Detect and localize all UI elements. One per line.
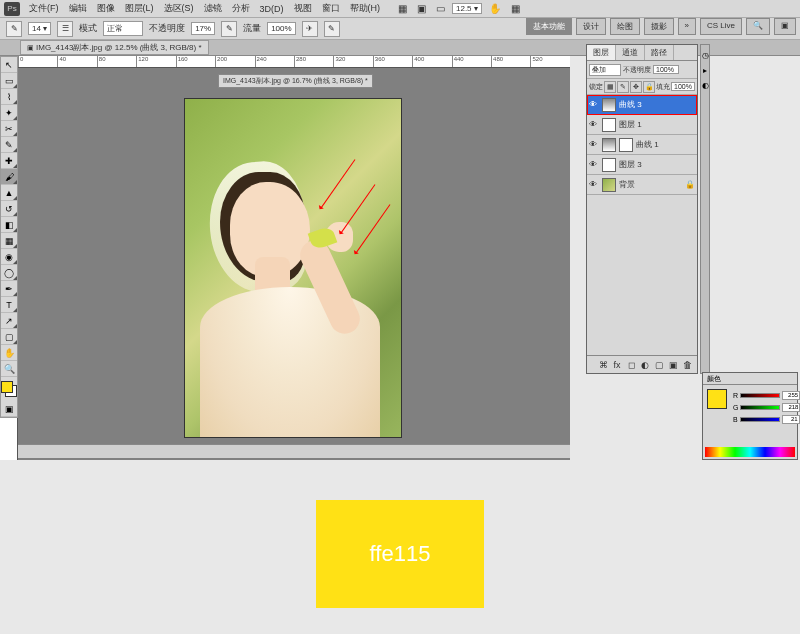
zoom-tool[interactable]: 🔍 xyxy=(1,361,17,377)
adjustment-layer-icon[interactable]: ◐ xyxy=(639,359,651,371)
new-layer-icon[interactable]: ▣ xyxy=(667,359,679,371)
visibility-icon[interactable]: 👁 xyxy=(589,120,599,129)
delete-layer-icon[interactable]: 🗑 xyxy=(681,359,693,371)
zoom-select[interactable]: 12.5 ▾ xyxy=(452,3,482,14)
path-tool[interactable]: ↗ xyxy=(1,313,17,329)
brush-tool-icon[interactable]: ✎ xyxy=(6,21,22,37)
brush-tool[interactable]: 🖌 xyxy=(1,169,17,185)
tab-channels[interactable]: 通道 xyxy=(616,45,645,60)
cslive-button[interactable]: CS Live xyxy=(700,18,742,35)
layer-opacity-input[interactable]: 100% xyxy=(653,65,679,74)
workspace-photo[interactable]: 摄影 xyxy=(644,18,674,35)
layer-thumb[interactable] xyxy=(602,118,616,132)
bridge-icon[interactable]: ▦ xyxy=(395,3,410,14)
layer-group-icon[interactable]: ▢ xyxy=(653,359,665,371)
layer-row-layer1[interactable]: 👁 图层 1 xyxy=(587,115,697,135)
menu-view[interactable]: 视图 xyxy=(291,2,315,15)
pressure-size-icon[interactable]: ✎ xyxy=(324,21,340,37)
color-panel-swatch[interactable] xyxy=(707,389,727,409)
adjustments-panel-icon[interactable]: ◐ xyxy=(702,81,709,90)
menu-layer[interactable]: 图层(L) xyxy=(122,2,157,15)
dodge-tool[interactable]: ◯ xyxy=(1,265,17,281)
shape-tool[interactable]: ▢ xyxy=(1,329,17,345)
healing-tool[interactable]: ✚ xyxy=(1,153,17,169)
eraser-tool[interactable]: ◧ xyxy=(1,217,17,233)
layer-mask-thumb[interactable] xyxy=(619,138,633,152)
airbrush-icon[interactable]: ✈ xyxy=(302,21,318,37)
layer-name[interactable]: 图层 3 xyxy=(619,159,642,170)
menu-image[interactable]: 图像 xyxy=(94,2,118,15)
actions-panel-icon[interactable]: ▸ xyxy=(703,66,707,75)
workspace-essentials[interactable]: 基本功能 xyxy=(526,18,572,35)
layer-thumb[interactable] xyxy=(602,158,616,172)
screenmode-icon[interactable]: ▭ xyxy=(433,3,448,14)
lasso-tool[interactable]: ⌇ xyxy=(1,89,17,105)
crop-tool[interactable]: ✂ xyxy=(1,121,17,137)
r-slider[interactable]: R255 xyxy=(733,391,800,399)
layer-thumb[interactable] xyxy=(602,98,616,112)
eyedropper-tool[interactable]: ✎ xyxy=(1,137,17,153)
ruler-horizontal[interactable]: 04080120160200240280320360400440480520 xyxy=(18,56,570,68)
layer-fx-icon[interactable]: fx xyxy=(611,359,623,371)
layer-mask-icon[interactable]: ◻ xyxy=(625,359,637,371)
fg-color-swatch[interactable] xyxy=(1,381,13,393)
hand-icon[interactable]: ✋ xyxy=(486,3,504,14)
tab-layers[interactable]: 图层 xyxy=(587,45,616,60)
type-tool[interactable]: T xyxy=(1,297,17,313)
layer-row-background[interactable]: 👁 背景 🔒 xyxy=(587,175,697,195)
workspace-paint[interactable]: 绘图 xyxy=(610,18,640,35)
menu-filter[interactable]: 滤镜 xyxy=(201,2,225,15)
visibility-icon[interactable]: 👁 xyxy=(589,160,599,169)
menu-window[interactable]: 窗口 xyxy=(319,2,343,15)
visibility-icon[interactable]: 👁 xyxy=(589,140,599,149)
arrange-docs-icon[interactable]: ▣ xyxy=(774,18,796,35)
color-swatches[interactable] xyxy=(1,377,17,401)
g-slider[interactable]: G218 xyxy=(733,403,800,411)
history-panel-icon[interactable]: ◷ xyxy=(702,51,709,60)
tab-color[interactable]: 颜色 xyxy=(703,373,725,384)
brush-panel-icon[interactable]: ☰ xyxy=(57,21,73,37)
quickmask-tool[interactable]: ▣ xyxy=(1,401,17,417)
menu-file[interactable]: 文件(F) xyxy=(26,2,62,15)
spectrum-ramp[interactable] xyxy=(705,447,795,457)
layer-name[interactable]: 背景 xyxy=(619,179,635,190)
tab-paths[interactable]: 路径 xyxy=(645,45,674,60)
lock-all-icon[interactable]: 🔒 xyxy=(643,81,655,93)
visibility-icon[interactable]: 👁 xyxy=(589,180,599,189)
history-brush-tool[interactable]: ↺ xyxy=(1,201,17,217)
layer-thumb[interactable] xyxy=(602,178,616,192)
blur-tool[interactable]: ◉ xyxy=(1,249,17,265)
layer-thumb[interactable] xyxy=(602,138,616,152)
menu-analysis[interactable]: 分析 xyxy=(229,2,253,15)
menu-select[interactable]: 选区(S) xyxy=(161,2,197,15)
layer-row-curves3[interactable]: 👁 曲线 3 xyxy=(587,95,697,115)
move-tool[interactable]: ↖ xyxy=(1,57,17,73)
lock-transparent-icon[interactable]: ▦ xyxy=(604,81,616,93)
layer-row-layer3[interactable]: 👁 图层 3 xyxy=(587,155,697,175)
b-slider[interactable]: B21 xyxy=(733,415,800,423)
lock-pixels-icon[interactable]: ✎ xyxy=(617,81,629,93)
gradient-tool[interactable]: ▦ xyxy=(1,233,17,249)
fill-input[interactable]: 100% xyxy=(671,82,695,91)
menu-3d[interactable]: 3D(D) xyxy=(257,4,287,14)
canvas-area[interactable]: IMG_4143副本.jpg @ 16.7% (曲线 3, RGB/8) * xyxy=(18,68,570,460)
marquee-tool[interactable]: ▭ xyxy=(1,73,17,89)
layer-blend-mode[interactable]: 叠加 xyxy=(589,64,621,76)
canvas-image[interactable] xyxy=(184,98,402,438)
brush-preset-picker[interactable]: 14 ▾ xyxy=(28,22,51,35)
layer-name[interactable]: 曲线 3 xyxy=(619,99,642,110)
floating-doc-tab[interactable]: IMG_4143副本.jpg @ 16.7% (曲线 3, RGB/8) * xyxy=(218,74,373,88)
link-layers-icon[interactable]: ⌘ xyxy=(597,359,609,371)
layer-name[interactable]: 图层 1 xyxy=(619,119,642,130)
hand-tool[interactable]: ✋ xyxy=(1,345,17,361)
wand-tool[interactable]: ✦ xyxy=(1,105,17,121)
arrange-icon[interactable]: ▦ xyxy=(508,3,523,14)
document-tab[interactable]: ▣ IMG_4143副本.jpg @ 12.5% (曲线 3, RGB/8) * xyxy=(20,40,209,55)
visibility-icon[interactable]: 👁 xyxy=(589,100,599,109)
search-icon[interactable]: 🔍 xyxy=(746,18,770,35)
workspace-design[interactable]: 设计 xyxy=(576,18,606,35)
minibridge-icon[interactable]: ▣ xyxy=(414,3,429,14)
layer-row-curves1[interactable]: 👁 曲线 1 xyxy=(587,135,697,155)
pen-tool[interactable]: ✒ xyxy=(1,281,17,297)
menu-help[interactable]: 帮助(H) xyxy=(347,2,384,15)
